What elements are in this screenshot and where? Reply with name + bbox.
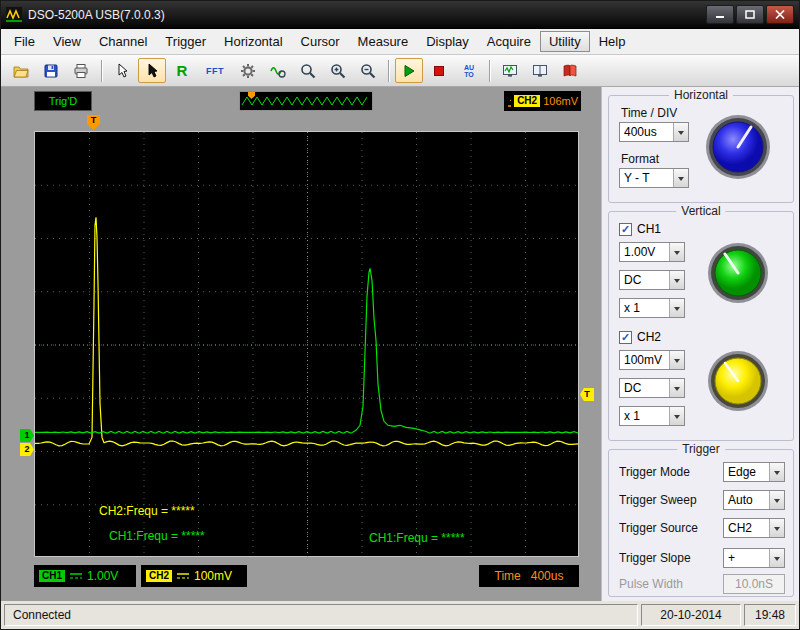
waveform-tool-button[interactable] xyxy=(264,58,292,83)
display-single-button[interactable] xyxy=(496,58,524,83)
chevron-down-icon[interactable] xyxy=(669,299,684,317)
trigger-slope-label: Trigger Slope xyxy=(619,551,691,565)
settings-button[interactable] xyxy=(234,58,262,83)
app-icon xyxy=(6,7,22,23)
save-button[interactable] xyxy=(37,58,65,83)
trigger-sweep-label: Trigger Sweep xyxy=(619,493,697,507)
autoset-button[interactable]: AUTO xyxy=(455,58,483,83)
magnifier-icon xyxy=(300,63,316,79)
ch1-vertical-knob[interactable] xyxy=(707,242,769,304)
ch2-probe-select[interactable]: x 1 xyxy=(619,406,685,426)
menu-help[interactable]: Help xyxy=(590,31,635,52)
auto-icon: AUTO xyxy=(464,64,474,78)
trigger-info-box: CH2 106mV xyxy=(504,91,581,111)
toolbar-separator xyxy=(101,60,102,82)
chevron-down-icon[interactable] xyxy=(669,243,684,261)
trigger-mode-label: Trigger Mode xyxy=(619,465,690,479)
auto-icon-bottom: TO xyxy=(464,71,474,78)
close-button[interactable] xyxy=(766,5,794,24)
ch1-checkbox[interactable]: ✓ xyxy=(619,223,632,236)
help-button[interactable] xyxy=(556,58,584,83)
ch2-vertical-knob[interactable] xyxy=(707,350,769,412)
trigger-source-badge: CH2 xyxy=(514,95,540,107)
ch1-enable-row[interactable]: ✓ CH1 xyxy=(619,222,661,236)
search-button[interactable] xyxy=(294,58,322,83)
ch1-position-marker[interactable]: 1 xyxy=(20,429,34,442)
ch2-position-marker[interactable]: 2 xyxy=(20,443,34,456)
menu-acquire[interactable]: Acquire xyxy=(478,31,540,52)
time-div-value: 400us xyxy=(620,125,673,139)
refresh-tool-button[interactable]: R xyxy=(168,58,196,83)
control-panel: Horizontal Time / DIV 400us Format Y - T xyxy=(601,87,800,601)
ch1-coupling-value: DC xyxy=(620,273,669,287)
chevron-down-icon[interactable] xyxy=(769,549,784,567)
vertical-group-title: Vertical xyxy=(676,204,725,218)
menu-trigger[interactable]: Trigger xyxy=(156,31,215,52)
ch1-probe-select[interactable]: x 1 xyxy=(619,298,685,318)
horizontal-position-marker[interactable]: T xyxy=(87,115,100,130)
ch2-scale-value: 100mV xyxy=(620,353,669,367)
chevron-down-icon[interactable] xyxy=(769,519,784,537)
chevron-down-icon[interactable] xyxy=(669,271,684,289)
waveform-preview[interactable] xyxy=(239,91,373,111)
zoom-out-button[interactable] xyxy=(354,58,382,83)
ch2-scale-select[interactable]: 100mV xyxy=(619,350,685,370)
preview-wave xyxy=(242,97,367,105)
print-button[interactable] xyxy=(67,58,95,83)
minimize-button[interactable] xyxy=(706,5,734,24)
menu-horizontal[interactable]: Horizontal xyxy=(215,31,292,52)
horizontal-knob[interactable] xyxy=(705,114,771,180)
trigger-source-select[interactable]: CH2 xyxy=(723,518,785,538)
fft-button[interactable]: FFT xyxy=(198,58,232,83)
menu-channel[interactable]: Channel xyxy=(90,31,156,52)
trigger-slope-select[interactable]: + xyxy=(723,548,785,568)
folder-open-icon xyxy=(13,63,29,79)
format-select[interactable]: Y - T xyxy=(619,168,689,188)
ch2-checkbox[interactable]: ✓ xyxy=(619,331,632,344)
display-split-button[interactable] xyxy=(526,58,554,83)
zoom-out-icon xyxy=(360,63,376,79)
window-title: DSO-5200A USB(7.0.0.3) xyxy=(28,8,165,22)
ch2-badge: CH2 xyxy=(146,570,172,582)
ch1-scale-select[interactable]: 1.00V xyxy=(619,242,685,262)
zoom-in-icon xyxy=(330,63,346,79)
menu-cursor[interactable]: Cursor xyxy=(292,31,349,52)
chevron-down-icon[interactable] xyxy=(673,123,688,141)
menu-view[interactable]: View xyxy=(44,31,90,52)
zoom-in-button[interactable] xyxy=(324,58,352,83)
maximize-button[interactable] xyxy=(736,5,764,24)
ch2-coupling-select[interactable]: DC xyxy=(619,378,685,398)
scope-display[interactable]: CH2:Frequ = ***** CH1:Frequ = ***** CH1:… xyxy=(34,131,579,557)
toolbar: R FFT AUTO xyxy=(1,55,799,87)
maximize-icon xyxy=(745,10,755,19)
open-button[interactable] xyxy=(7,58,35,83)
menu-measure[interactable]: Measure xyxy=(349,31,418,52)
trigger-mode-select[interactable]: Edge xyxy=(723,462,785,482)
pointer-tool-button[interactable] xyxy=(138,58,166,83)
menu-file[interactable]: File xyxy=(5,31,44,52)
trigger-sweep-select[interactable]: Auto xyxy=(723,490,785,510)
stop-button[interactable] xyxy=(425,58,453,83)
chevron-down-icon[interactable] xyxy=(673,169,688,187)
chevron-down-icon[interactable] xyxy=(769,491,784,509)
ch2-probe-value: x 1 xyxy=(620,409,669,423)
menu-utility[interactable]: Utility xyxy=(540,31,590,52)
toolbar-separator xyxy=(489,60,490,82)
chevron-down-icon[interactable] xyxy=(669,379,684,397)
ch2-scale-text: 100mV xyxy=(194,569,232,583)
ch2-enable-row[interactable]: ✓ CH2 xyxy=(619,330,661,344)
start-button[interactable] xyxy=(395,58,423,83)
cursor-tool-button[interactable] xyxy=(108,58,136,83)
time-div-select[interactable]: 400us xyxy=(619,122,689,142)
menu-display[interactable]: Display xyxy=(417,31,478,52)
chevron-down-icon[interactable] xyxy=(669,351,684,369)
format-label: Format xyxy=(621,152,659,166)
trigger-level-marker[interactable]: T xyxy=(580,388,594,401)
ch1-scale-value: 1.00V xyxy=(620,245,669,259)
chevron-down-icon[interactable] xyxy=(669,407,684,425)
chevron-down-icon[interactable] xyxy=(769,463,784,481)
trigger-source-value: CH2 xyxy=(724,521,769,535)
app-window: DSO-5200A USB(7.0.0.3) File View Channel… xyxy=(0,0,800,630)
status-time: 19:48 xyxy=(744,604,796,626)
ch1-coupling-select[interactable]: DC xyxy=(619,270,685,290)
